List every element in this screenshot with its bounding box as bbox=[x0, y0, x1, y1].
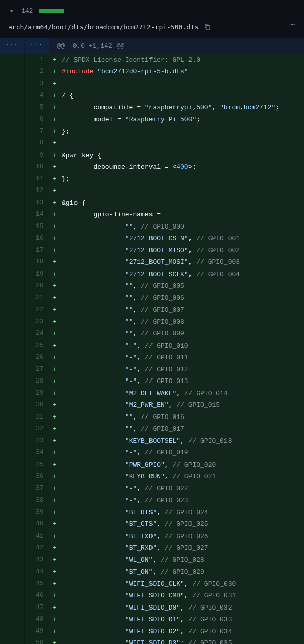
code-content[interactable]: "WIFI_SDIO_D2", // GPIO_034 bbox=[60, 626, 304, 638]
line-number-new[interactable]: 49 bbox=[24, 626, 49, 638]
code-content[interactable]: "", // GPIO_006 bbox=[60, 292, 304, 305]
line-number-new[interactable]: 5 bbox=[24, 102, 49, 114]
line-number-old[interactable] bbox=[0, 590, 24, 602]
code-content[interactable]: "-", // GPIO_012 bbox=[60, 364, 304, 376]
expand-icon[interactable]: ⋅⋅⋅ bbox=[0, 38, 24, 54]
line-number-old[interactable] bbox=[0, 637, 24, 644]
code-content[interactable]: "-", // GPIO_011 bbox=[60, 352, 304, 364]
line-number-new[interactable]: 3 bbox=[24, 78, 49, 90]
line-number-old[interactable] bbox=[0, 113, 24, 126]
line-number-old[interactable] bbox=[0, 388, 24, 400]
code-content[interactable]: // SPDX-License-Identifier: GPL-2.0 bbox=[60, 54, 304, 66]
line-number-old[interactable] bbox=[0, 90, 24, 102]
code-content[interactable]: "2712_BOOT_MISO", // GPIO_002 bbox=[60, 245, 304, 257]
line-number-old[interactable] bbox=[0, 316, 24, 328]
line-number-old[interactable] bbox=[0, 459, 24, 471]
code-content[interactable]: "", // GPIO_009 bbox=[60, 328, 304, 340]
line-number-old[interactable] bbox=[0, 149, 24, 162]
line-number-new[interactable]: 19 bbox=[24, 269, 49, 281]
line-number-new[interactable]: 2 bbox=[24, 66, 49, 78]
code-content[interactable]: "BT_RTS", // GPIO_024 bbox=[60, 507, 304, 519]
file-path[interactable]: arch/arm64/boot/dts/broadcom/bcm2712-rpi… bbox=[8, 22, 199, 32]
line-number-old[interactable] bbox=[0, 435, 24, 447]
code-content[interactable]: "2712_BOOT_CS_N", // GPIO_001 bbox=[60, 233, 304, 245]
code-content[interactable]: "2712_BOOT_MOSI", // GPIO_003 bbox=[60, 256, 304, 269]
line-number-old[interactable] bbox=[0, 161, 24, 173]
line-number-old[interactable] bbox=[0, 375, 24, 388]
code-content[interactable] bbox=[60, 78, 304, 90]
line-number-old[interactable] bbox=[0, 78, 24, 90]
line-number-old[interactable] bbox=[0, 495, 24, 507]
line-number-old[interactable] bbox=[0, 256, 24, 269]
code-content[interactable]: "WIFI_SDIO_CMD", // GPIO_031 bbox=[60, 590, 304, 602]
line-number-old[interactable] bbox=[0, 280, 24, 292]
line-number-new[interactable]: 7 bbox=[24, 126, 49, 138]
line-number-new[interactable]: 50 bbox=[24, 637, 49, 644]
line-number-new[interactable]: 13 bbox=[24, 197, 49, 209]
line-number-old[interactable] bbox=[0, 102, 24, 114]
code-content[interactable]: }; bbox=[60, 126, 304, 138]
line-number-old[interactable] bbox=[0, 328, 24, 340]
line-number-old[interactable] bbox=[0, 507, 24, 519]
code-content[interactable]: "", // GPIO_008 bbox=[60, 316, 304, 328]
code-content[interactable] bbox=[60, 185, 304, 197]
line-number-old[interactable] bbox=[0, 340, 24, 352]
code-content[interactable]: "PWR_GPIO", // GPIO_020 bbox=[60, 459, 304, 471]
code-content[interactable]: "WIFI_SDIO_CLK", // GPIO_030 bbox=[60, 578, 304, 590]
line-number-old[interactable] bbox=[0, 233, 24, 245]
code-content[interactable]: "BT_TXD", // GPIO_026 bbox=[60, 531, 304, 543]
code-content[interactable]: "WIFI_SDIO_D0", // GPIO_032 bbox=[60, 602, 304, 614]
line-number-new[interactable]: 47 bbox=[24, 602, 49, 614]
line-number-new[interactable]: 31 bbox=[24, 411, 49, 424]
code-content[interactable]: model = "Raspberry Pi 500"; bbox=[60, 113, 304, 126]
line-number-old[interactable] bbox=[0, 245, 24, 257]
line-number-old[interactable] bbox=[0, 137, 24, 149]
line-number-new[interactable]: 14 bbox=[24, 209, 49, 221]
line-number-old[interactable] bbox=[0, 578, 24, 590]
expand-icon[interactable]: ⋅⋅⋅ bbox=[24, 38, 49, 54]
code-content[interactable]: "M2_DET_WAKE", // GPIO_014 bbox=[60, 388, 304, 400]
line-number-new[interactable]: 36 bbox=[24, 471, 49, 483]
chevron-down-icon[interactable] bbox=[8, 8, 15, 15]
code-content[interactable]: "", // GPIO_005 bbox=[60, 280, 304, 292]
kebab-menu-icon[interactable]: … bbox=[291, 18, 296, 29]
line-number-old[interactable] bbox=[0, 66, 24, 78]
line-number-new[interactable]: 34 bbox=[24, 447, 49, 459]
line-number-new[interactable]: 8 bbox=[24, 137, 49, 149]
code-content[interactable]: "-", // GPIO_013 bbox=[60, 375, 304, 388]
line-number-new[interactable]: 12 bbox=[24, 185, 49, 197]
line-number-new[interactable]: 39 bbox=[24, 507, 49, 519]
line-number-new[interactable]: 1 bbox=[24, 54, 49, 66]
line-number-old[interactable] bbox=[0, 554, 24, 566]
code-content[interactable]: "KEYB_BOOTSEL", // GPIO_018 bbox=[60, 435, 304, 447]
line-number-new[interactable]: 46 bbox=[24, 590, 49, 602]
line-number-new[interactable]: 48 bbox=[24, 614, 49, 626]
line-number-old[interactable] bbox=[0, 292, 24, 305]
line-number-new[interactable]: 40 bbox=[24, 518, 49, 531]
line-number-old[interactable] bbox=[0, 423, 24, 435]
line-number-old[interactable] bbox=[0, 518, 24, 531]
line-number-new[interactable]: 41 bbox=[24, 531, 49, 543]
line-number-old[interactable] bbox=[0, 221, 24, 233]
line-number-old[interactable] bbox=[0, 399, 24, 411]
line-number-old[interactable] bbox=[0, 483, 24, 495]
code-content[interactable]: "", // GPIO_017 bbox=[60, 423, 304, 435]
copy-icon[interactable] bbox=[204, 23, 211, 31]
code-content[interactable]: "BT_CTS", // GPIO_025 bbox=[60, 518, 304, 531]
code-content[interactable]: gpio-line-names = bbox=[60, 209, 304, 221]
line-number-old[interactable] bbox=[0, 531, 24, 543]
code-content[interactable]: "-", // GPIO_019 bbox=[60, 447, 304, 459]
code-content[interactable]: #include "bcm2712d0-rpi-5-b.dts" bbox=[60, 66, 304, 78]
code-content[interactable]: "M2_PWR_EN", // GPIO_015 bbox=[60, 399, 304, 411]
line-number-old[interactable] bbox=[0, 173, 24, 185]
line-number-old[interactable] bbox=[0, 197, 24, 209]
line-number-new[interactable]: 9 bbox=[24, 149, 49, 162]
line-number-old[interactable] bbox=[0, 269, 24, 281]
line-number-new[interactable]: 15 bbox=[24, 221, 49, 233]
code-content[interactable]: "2712_BOOT_SCLK", // GPIO_004 bbox=[60, 269, 304, 281]
line-number-new[interactable]: 6 bbox=[24, 113, 49, 126]
line-number-new[interactable]: 45 bbox=[24, 578, 49, 590]
code-content[interactable]: "BT_ON", // GPIO_029 bbox=[60, 566, 304, 578]
line-number-old[interactable] bbox=[0, 126, 24, 138]
code-content[interactable]: "WIFI_SDIO_D3"; // GPIO_035 bbox=[60, 637, 304, 644]
